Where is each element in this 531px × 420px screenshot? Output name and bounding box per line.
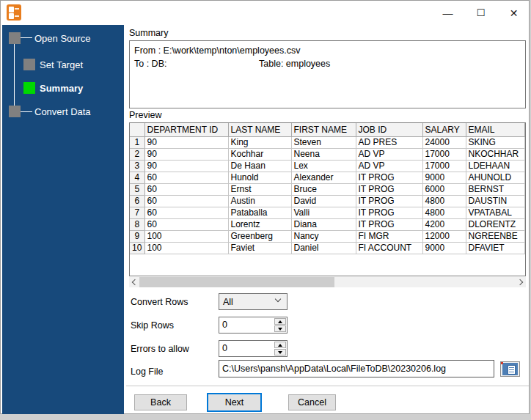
table-cell: 90 [144,148,228,160]
table-cell: Austin [228,195,291,207]
table-cell: 9000 [422,172,466,183]
table-cell: 17000 [422,160,466,172]
table-cell: 60 [144,195,228,207]
table-row[interactable]: 660AustinDavidIT PROG4800DAUSTIN [130,195,525,207]
table-cell: De Haan [228,160,291,172]
row-number-cell: 7 [130,207,144,218]
app-logo-icon [7,4,21,21]
step-marker-set-target [23,59,35,70]
cancel-button[interactable]: Cancel [288,394,336,410]
table-cell: DFAVIET [466,242,525,254]
column-header[interactable]: EMAIL [466,123,525,136]
table-row[interactable]: 560ErnstBruceIT PROG6000BERNST [130,183,525,195]
errors-to-allow-stepper[interactable]: 0 [219,340,288,357]
row-number-cell: 3 [130,160,144,172]
close-button[interactable]: ✕ [497,1,530,25]
convert-rows-dropdown[interactable]: All [219,293,288,310]
table-cell: 4200 [422,218,466,230]
step-marker-open-source [9,32,21,44]
maximize-button[interactable]: ☐ [464,1,497,25]
table-cell: Faviet [228,242,291,254]
preview-table[interactable]: DEPARTMENT ID LAST NAME FIRST NAME JOB I… [129,122,526,276]
column-header[interactable]: LAST NAME [228,123,291,136]
wizard-sidebar: Open Source Set Target Summary Convert D… [2,25,124,414]
table-cell: 12000 [422,230,466,242]
skip-rows-stepper[interactable]: 0 [219,317,288,334]
table-cell: Pataballa [228,207,291,218]
summary-text-box: From : E:\work\temp\nton\employees.csv T… [129,40,526,108]
table-cell: 60 [144,207,228,218]
scroll-left-icon[interactable] [129,277,139,287]
table-cell: SKING [466,136,525,148]
table-cell: 6000 [422,183,466,195]
row-number-cell: 4 [130,172,144,183]
sidebar-step-summary: Summary [40,83,83,94]
table-cell: 60 [144,172,228,183]
table-cell: Kochhar [228,148,291,160]
table-cell: Bruce [291,183,356,195]
table-cell: Lex [291,160,356,172]
errors-to-allow-label: Errors to allow [131,344,189,354]
table-cell: DLORENTZ [466,218,525,230]
table-row[interactable]: 760PataballaValliIT PROG4800VPATABAL [130,207,525,218]
table-cell: AD VP [356,148,422,160]
table-cell: Steven [291,136,356,148]
scrollbar-thumb[interactable] [139,277,334,287]
table-cell: 90 [144,136,228,148]
table-cell: Nancy [291,230,356,242]
log-file-input[interactable] [219,360,494,377]
spin-up-button[interactable] [274,318,286,325]
spin-down-button[interactable] [274,349,286,355]
minimize-button[interactable]: — [431,1,464,25]
horizontal-scrollbar[interactable] [129,277,526,287]
table-cell: Alexander [291,172,356,183]
table-cell: Greenberg [228,230,291,242]
table-row[interactable]: 9100GreenbergNancyFI MGR12000NGREENBE [130,230,525,242]
table-cell: Hunold [228,172,291,183]
back-button[interactable]: Back [134,394,187,410]
row-number-cell: 1 [130,136,144,148]
table-row[interactable]: 190KingStevenAD PRES24000SKING [130,136,525,148]
next-button[interactable]: Next [207,393,262,412]
spin-up-button[interactable] [274,342,286,348]
log-file-label: Log File [131,366,163,377]
table-cell: IT PROG [356,207,422,218]
column-header[interactable]: FIRST NAME [291,123,356,136]
preview-section-label: Preview [129,110,161,120]
table-cell: 90 [144,160,228,172]
desktop-background-strip [0,414,531,420]
table-cell: NGREENBE [466,230,525,242]
table-row[interactable]: 290KochharNeenaAD VP17000NKOCHHAR [130,148,525,160]
table-row[interactable]: 390De HaanLexAD VP17000LDEHAAN [130,160,525,172]
table-header-row: DEPARTMENT ID LAST NAME FIRST NAME JOB I… [130,123,525,136]
row-number-cell: 8 [130,218,144,230]
skip-rows-value: 0 [222,320,227,330]
column-header[interactable]: DEPARTMENT ID [144,123,228,136]
table-row[interactable]: 860LorentzDianaIT PROG4200DLORENTZ [130,218,525,230]
summary-table-label: Table: employees [259,57,330,70]
table-cell: DAUSTIN [466,195,525,207]
table-cell: Diana [291,218,356,230]
table-cell: 24000 [422,136,466,148]
scroll-right-icon[interactable] [516,277,526,287]
spin-down-button[interactable] [274,325,286,332]
table-row[interactable]: 10100FavietDanielFI ACCOUNT9000DFAVIET [130,242,525,254]
table-cell: AHUNOLD [466,172,525,183]
preview-table-body: 190KingStevenAD PRES24000SKING290Kochhar… [130,136,525,254]
summary-to-label: To : DB: [134,59,166,69]
row-number-cell: 6 [130,195,144,207]
table-cell: 4800 [422,195,466,207]
step-connector-line [14,44,15,106]
open-log-button[interactable] [500,361,520,377]
app-window: — ☐ ✕ Open Source Set Target Summary Con… [0,0,530,414]
sidebar-step-convert-data: Convert Data [34,106,91,117]
summary-to-line: To : DB: Table: employees [134,57,521,70]
table-cell: 60 [144,218,228,230]
title-bar[interactable]: — ☐ ✕ [1,1,529,25]
column-header[interactable]: JOB ID [356,123,422,136]
table-cell: VPATABAL [466,207,525,218]
table-cell: 4800 [422,207,466,218]
column-header[interactable]: SALARY [422,123,466,136]
table-cell: Ernst [228,183,291,195]
table-row[interactable]: 460HunoldAlexanderIT PROG9000AHUNOLD [130,172,525,183]
